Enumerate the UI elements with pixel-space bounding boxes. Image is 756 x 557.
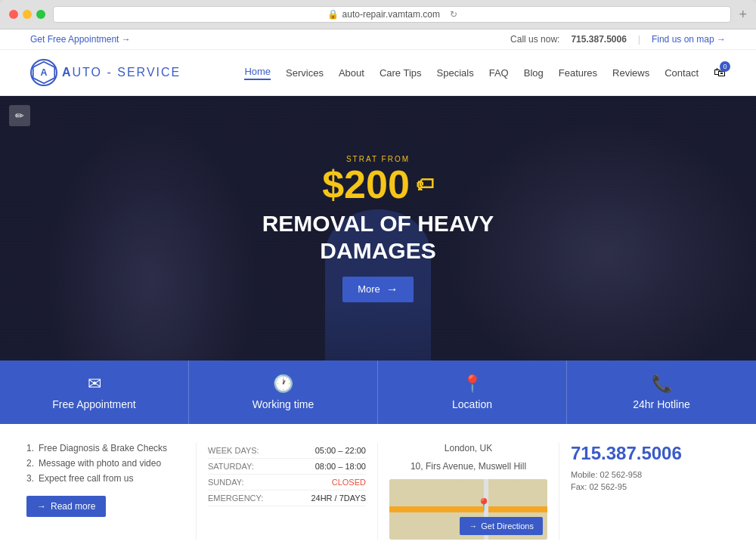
nav-features[interactable]: Features — [559, 67, 597, 79]
logo-text: AUTO - SERVICE — [62, 66, 181, 79]
address-bar[interactable]: 🔒 auto-repair.vamtam.com ↻ — [53, 6, 731, 23]
phone-number: 715.387.5006 — [571, 34, 626, 45]
info-hotline[interactable]: 📞 24hr Hotline — [567, 361, 756, 424]
divider: | — [638, 34, 640, 45]
phone-icon: 📞 — [652, 374, 672, 394]
schedule-table: WEEK DAYS: 05:00 – 22:00 SATURDAY: 08:00… — [208, 443, 366, 506]
nav-about[interactable]: About — [339, 67, 364, 79]
info-location[interactable]: 📍 Location — [378, 361, 567, 424]
nav-care-tips[interactable]: Care Tips — [380, 67, 422, 79]
main-nav: Home Services About Care Tips Specials F… — [244, 66, 726, 80]
list-item: Expect free call from us — [26, 473, 184, 484]
schedule-time-closed: CLOSED — [332, 478, 366, 487]
info-hotline-label: 24hr Hotline — [633, 398, 690, 410]
reload-icon[interactable]: ↻ — [450, 9, 457, 20]
price-amount: $200 — [322, 165, 410, 204]
list-item: Free Diagnosis & Brake Checks — [26, 443, 184, 453]
read-more-label: Read more — [51, 501, 95, 512]
envelope-icon: ✉ — [88, 374, 101, 394]
read-more-button[interactable]: → Read more — [26, 496, 106, 517]
browser-titlebar: 🔒 auto-repair.vamtam.com ↻ + — [0, 0, 756, 29]
nav-reviews[interactable]: Reviews — [612, 67, 649, 79]
appointment-details: Free Diagnosis & Brake Checks Message wi… — [15, 443, 197, 540]
svg-text:A: A — [41, 67, 48, 78]
browser-dots — [9, 10, 45, 19]
header: A AUTO - SERVICE Home Services About Car… — [0, 50, 756, 96]
fax-number: 02 562-95 — [589, 482, 627, 491]
clock-icon: 🕐 — [273, 374, 293, 394]
cart-badge: 0 — [720, 61, 730, 72]
info-appointment[interactable]: ✉ Free Appointment — [0, 361, 189, 424]
add-tab-button[interactable]: + — [739, 7, 747, 23]
topbar-right: Call us now: 715.387.5006 | Find us on m… — [510, 34, 726, 45]
more-button[interactable]: More → — [342, 277, 414, 302]
hero-price: $200 🏷 — [322, 165, 434, 204]
edit-button[interactable]: ✏ — [9, 105, 30, 126]
browser-window: 🔒 auto-repair.vamtam.com ↻ + Get Free Ap… — [0, 0, 756, 557]
info-appointment-label: Free Appointment — [52, 398, 136, 410]
lock-icon: 🔒 — [327, 9, 339, 20]
logo-icon: A — [30, 59, 57, 86]
schedule-time: 08:00 – 18:00 — [315, 462, 366, 471]
hero-section: ✏ STRAT FROM $200 🏷 REMOVAL OF HEAVY DAM… — [0, 96, 756, 361]
hotline-mobile: Mobile: 02 562-958 — [571, 470, 730, 479]
location-pin-icon: 📍 — [462, 374, 482, 394]
location-details: London, UK 10, Firs Avenue, Muswell Hill… — [378, 443, 559, 540]
logo: A AUTO - SERVICE — [30, 59, 181, 86]
info-bar: ✉ Free Appointment 🕐 Working time 📍 Loca… — [0, 361, 756, 424]
topbar: Get Free Appointment → Call us now: 715.… — [0, 29, 756, 50]
info-working-label: Working time — [253, 398, 314, 410]
details-section: Free Diagnosis & Brake Checks Message wi… — [0, 424, 756, 557]
get-directions-button[interactable]: → Get Directions — [460, 517, 543, 535]
mobile-number: 02 562-958 — [600, 470, 643, 479]
map-container: 📍 → Get Directions — [389, 479, 547, 540]
nav-specials[interactable]: Specials — [437, 67, 474, 79]
hotline-number: 715.387.5006 — [571, 443, 730, 464]
schedule-row: SATURDAY: 08:00 – 18:00 — [208, 459, 366, 475]
hero-content: STRAT FROM $200 🏷 REMOVAL OF HEAVY DAMAG… — [262, 155, 494, 302]
hero-price-label: STRAT FROM — [346, 155, 410, 163]
free-appointment-link[interactable]: Get Free Appointment → — [30, 34, 131, 45]
info-location-label: Location — [452, 398, 492, 410]
schedule-details: WEEK DAYS: 05:00 – 22:00 SATURDAY: 08:00… — [197, 443, 378, 540]
info-working-time[interactable]: 🕐 Working time — [189, 361, 378, 424]
nav-services[interactable]: Services — [286, 67, 324, 79]
nav-faq[interactable]: FAQ — [489, 67, 509, 79]
schedule-row: WEEK DAYS: 05:00 – 22:00 — [208, 443, 366, 459]
schedule-day: SUNDAY: — [208, 478, 243, 487]
minimize-dot[interactable] — [23, 10, 32, 19]
fax-label: Fax: — [571, 482, 587, 491]
page-content: Get Free Appointment → Call us now: 715.… — [0, 29, 756, 557]
list-item: Message with photo and video — [26, 458, 184, 469]
location-line1: London, UK — [389, 443, 547, 453]
close-dot[interactable] — [9, 10, 18, 19]
map-road-horizontal — [389, 506, 547, 512]
arrow-icon: → — [37, 501, 46, 512]
nav-blog[interactable]: Blog — [524, 67, 544, 79]
hotline-details: 715.387.5006 Mobile: 02 562-958 Fax: 02 … — [559, 443, 741, 540]
mobile-label: Mobile: — [571, 470, 597, 479]
appointment-list: Free Diagnosis & Brake Checks Message wi… — [26, 443, 184, 484]
schedule-day: WEEK DAYS: — [208, 446, 259, 455]
arrow-icon: → — [469, 521, 477, 531]
get-directions-label: Get Directions — [481, 521, 534, 531]
schedule-time: 05:00 – 22:00 — [315, 446, 366, 455]
topbar-left: Get Free Appointment → — [30, 34, 131, 45]
schedule-row: EMERGENCY: 24HR / 7DAYS — [208, 490, 366, 506]
map-pin-icon: 📍 — [476, 497, 491, 512]
price-tag-icon: 🏷 — [416, 175, 434, 193]
schedule-row: SUNDAY: CLOSED — [208, 475, 366, 490]
arrow-right-icon: → — [386, 283, 398, 296]
nav-contact[interactable]: Contact — [665, 67, 699, 79]
nav-home[interactable]: Home — [244, 66, 271, 80]
schedule-day: SATURDAY: — [208, 462, 254, 471]
location-line2: 10, Firs Avenue, Muswell Hill — [389, 461, 547, 472]
maximize-dot[interactable] — [36, 10, 45, 19]
schedule-time: 24HR / 7DAYS — [311, 494, 366, 503]
call-us-label: Call us now: — [510, 34, 559, 45]
cart-icon[interactable]: 🛍 0 — [714, 66, 726, 79]
schedule-day: EMERGENCY: — [208, 494, 263, 503]
find-on-map-link[interactable]: Find us on map → — [652, 34, 726, 45]
hotline-fax: Fax: 02 562-95 — [571, 482, 730, 491]
url-text: auto-repair.vamtam.com — [342, 9, 440, 20]
